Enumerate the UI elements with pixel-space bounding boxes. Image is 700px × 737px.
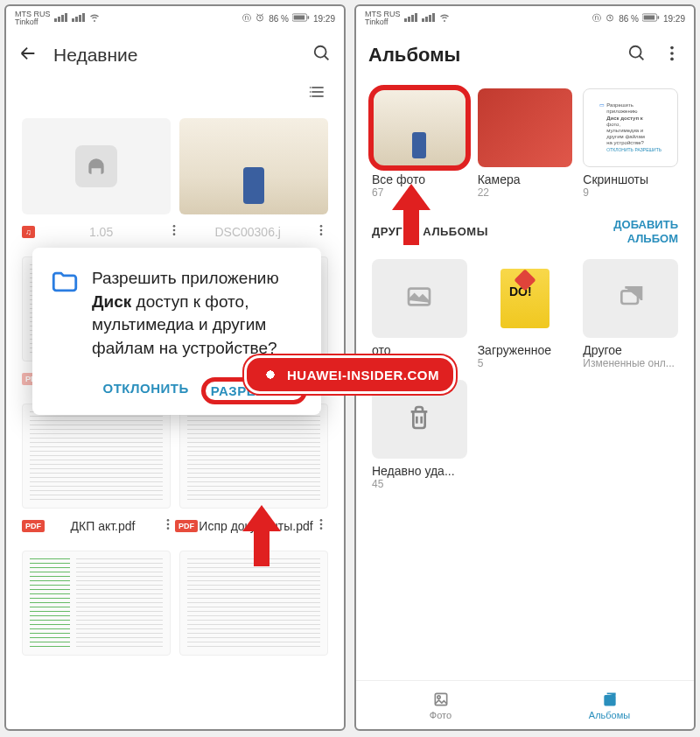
carrier2-text-r: Tinkoff xyxy=(365,18,388,26)
album-oname-3: Недавно уда... xyxy=(372,464,467,478)
album-count-2: 9 xyxy=(583,186,678,199)
svg-point-23 xyxy=(320,519,323,522)
album-count-1: 22 xyxy=(478,186,573,199)
more-menu-button[interactable] xyxy=(662,44,682,67)
file-label-1: 1.05 xyxy=(35,225,168,239)
image-icon xyxy=(405,283,433,314)
page-title: Недавние xyxy=(53,45,297,66)
album-other-3[interactable]: Недавно уда... 45 xyxy=(372,380,467,490)
svg-point-33 xyxy=(670,58,674,61)
album-thumb-o2 xyxy=(583,259,678,338)
svg-point-22 xyxy=(167,527,170,530)
back-button[interactable] xyxy=(18,44,38,67)
nav-albums[interactable]: Альбомы xyxy=(525,681,694,729)
album-camera[interactable]: Камера 22 xyxy=(478,88,573,199)
trash-icon xyxy=(405,404,433,435)
search-button-r[interactable] xyxy=(627,44,647,67)
album-name-1: Камера xyxy=(478,172,573,186)
svg-point-9 xyxy=(173,229,176,232)
album-thumb-all xyxy=(372,88,467,167)
time-text-r: 19:29 xyxy=(663,14,685,24)
dialog-app-name: Диск xyxy=(92,292,131,311)
svg-point-7 xyxy=(310,95,312,97)
nav-photo[interactable]: Фото xyxy=(356,681,525,729)
watermark-badge: HUAWEI-INSIDER.COM xyxy=(244,355,456,394)
mini-l3: Диск доступ к xyxy=(606,116,642,121)
nfc-icon: ⓝ xyxy=(242,12,251,25)
svg-point-11 xyxy=(320,225,323,228)
status-bar-r: MTS RUSTinkoff ⓝ 86 % 19:29 xyxy=(356,6,694,31)
mini-l1: Разрешить xyxy=(606,102,634,108)
svg-rect-2 xyxy=(294,16,305,20)
svg-rect-29 xyxy=(657,16,659,18)
svg-rect-38 xyxy=(605,695,615,705)
svg-point-12 xyxy=(320,229,323,232)
svg-rect-28 xyxy=(644,16,655,20)
svg-point-32 xyxy=(670,52,674,55)
file-doc-thumb-5[interactable] xyxy=(22,551,171,656)
svg-point-10 xyxy=(173,233,176,235)
annotation-arrow-right xyxy=(392,184,430,245)
bottom-nav: Фото Альбомы xyxy=(356,680,694,729)
mini-l6: другим файлам xyxy=(606,134,645,139)
album-other-0[interactable]: ото 3 xyxy=(372,259,467,369)
pdf-badge-3: PDF xyxy=(175,520,198,532)
album-name-2: Скриншоты xyxy=(583,172,678,186)
search-button[interactable] xyxy=(312,44,332,67)
mini-l2: приложению xyxy=(606,109,637,114)
annotation-arrow-left xyxy=(242,505,281,566)
app-bar-r: Альбомы xyxy=(356,31,694,80)
carrier2-text: Tinkoff xyxy=(15,18,38,26)
svg-point-25 xyxy=(320,527,323,530)
album-other-2[interactable]: Другое Измененные онл... xyxy=(583,259,678,369)
svg-rect-36 xyxy=(435,693,446,705)
file-photo-thumb[interactable] xyxy=(179,118,328,214)
svg-point-6 xyxy=(310,91,312,93)
nfc-icon-r: ⓝ xyxy=(592,12,601,25)
album-all[interactable]: Все фото 67 xyxy=(372,88,467,199)
mini-l4: фото, xyxy=(606,122,620,127)
mini-l5: мультимедиа и xyxy=(606,128,643,133)
file-audio-thumb[interactable] xyxy=(22,118,171,214)
album-screenshots[interactable]: ▭ РазрешитьприложениюДиск доступ кфото,м… xyxy=(583,88,678,199)
album-oname-2: Другое xyxy=(583,343,678,357)
wifi-icon xyxy=(89,12,100,25)
svg-point-8 xyxy=(173,225,176,228)
file-label-2: DSC00306.j xyxy=(181,225,314,239)
signal-icon-r xyxy=(404,13,418,24)
more-button-5[interactable] xyxy=(161,517,175,535)
file-doc-thumb-3[interactable] xyxy=(22,404,171,509)
svg-point-24 xyxy=(320,523,323,526)
album-thumb-o1 xyxy=(478,259,573,338)
folder-icon xyxy=(50,267,80,360)
alarm-icon-r xyxy=(605,12,615,25)
svg-point-21 xyxy=(167,523,170,526)
mini-b1: ОТКЛОНИТЬ xyxy=(606,147,634,152)
album-osub-2: Измененные онл... xyxy=(583,357,678,369)
more-button-6[interactable] xyxy=(314,517,328,535)
watermark-logo-icon xyxy=(261,365,280,384)
folder-stack-icon xyxy=(617,283,645,314)
album-thumb-o0 xyxy=(372,259,467,338)
add-album-button[interactable]: ДОБАВИТЬ АЛЬБОМ xyxy=(599,218,678,245)
svg-point-31 xyxy=(670,46,674,50)
wifi-icon-r xyxy=(439,12,450,25)
album-ocount-3: 45 xyxy=(372,478,467,490)
more-button-1[interactable] xyxy=(167,223,181,241)
nav-photo-label: Фото xyxy=(430,710,452,720)
pdf-badge-2: PDF xyxy=(22,520,45,532)
view-mode-button[interactable] xyxy=(309,83,326,104)
album-other-1[interactable]: Загруженное 5 xyxy=(478,259,573,369)
headphones-icon xyxy=(75,145,117,187)
pdf-badge-icon: ♫ xyxy=(22,226,35,238)
file-doc-thumb-6[interactable] xyxy=(179,551,328,656)
signal-icon-r2 xyxy=(422,13,436,24)
page-title-r: Альбомы xyxy=(368,44,612,67)
signal-icon xyxy=(54,13,68,24)
more-button-2[interactable] xyxy=(314,223,328,241)
alarm-icon xyxy=(255,12,265,25)
svg-point-4 xyxy=(315,46,326,58)
deny-button[interactable]: ОТКЛОНИТЬ xyxy=(103,381,189,401)
battery-text: 86 % xyxy=(269,14,289,24)
file-doc-thumb-4[interactable] xyxy=(179,404,328,509)
